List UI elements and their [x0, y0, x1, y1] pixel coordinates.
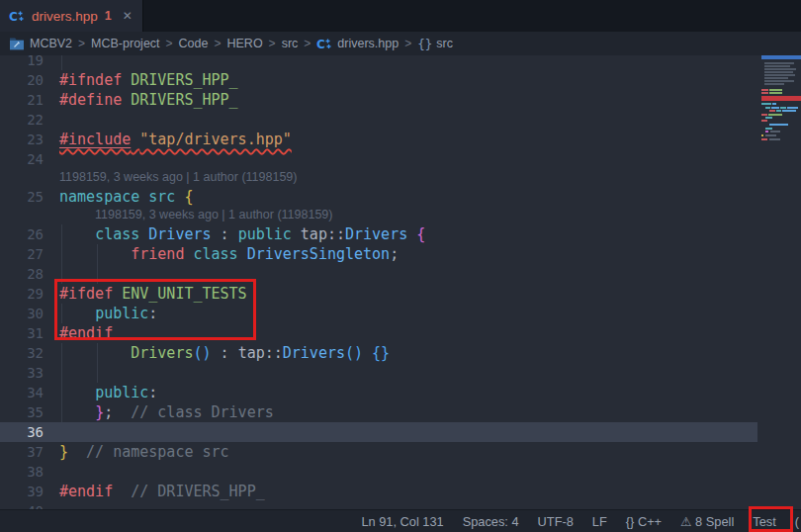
- code-text: #ifdef ENV_UNIT_TESTS: [44, 284, 247, 304]
- status-language-mode[interactable]: {} C++: [626, 514, 662, 529]
- status-clipped-item[interactable]: (: [795, 514, 799, 529]
- code-line-24[interactable]: 24: [0, 149, 757, 169]
- breadcrumb-item-code[interactable]: Code: [179, 37, 209, 50]
- breadcrumb-separator: >: [304, 37, 311, 50]
- line-number: 24: [0, 149, 44, 169]
- code-line-38[interactable]: 38: [0, 462, 757, 482]
- tab-bar: C drivers.hpp 1 ✕: [0, 0, 801, 32]
- code-text: #include "tap/drivers.hpp": [44, 130, 292, 149]
- code-line-27[interactable]: 27 friend class DriversSingleton;: [0, 244, 757, 264]
- indent-guide: [97, 244, 98, 264]
- tab-drivers-hpp[interactable]: C drivers.hpp 1 ✕: [0, 0, 143, 32]
- minimap-line: [769, 92, 782, 94]
- code-text: #define DRIVERS_HPP_: [44, 90, 238, 110]
- minimap-line: [768, 114, 782, 116]
- minimap-line: [761, 55, 801, 59]
- indent-guide: [61, 264, 62, 284]
- minimap-line: [782, 110, 796, 112]
- minimap-line: [761, 138, 767, 140]
- breadcrumb-item-mcb-project[interactable]: MCB-project: [91, 37, 159, 50]
- code-line-20[interactable]: 20#ifndef DRIVERS_HPP_: [0, 70, 757, 90]
- line-number: 25: [0, 187, 44, 207]
- code-line-33[interactable]: 33: [0, 363, 757, 383]
- indent-guide: [61, 383, 62, 402]
- status-eol[interactable]: LF: [592, 514, 607, 529]
- code-line-29[interactable]: 29#ifdef ENV_UNIT_TESTS: [0, 284, 757, 304]
- minimap-line: [764, 83, 784, 85]
- minimap-line: [776, 110, 781, 112]
- minimap-line: [765, 107, 770, 109]
- code-line-26[interactable]: 26 class Drivers : public tap::Drivers {: [0, 224, 757, 244]
- code-line-34[interactable]: 34 public:: [0, 383, 757, 402]
- code-line-32[interactable]: 32 Drivers() : tap::Drivers() {}: [0, 343, 757, 363]
- status-line-col[interactable]: Ln 91, Col 131: [361, 514, 443, 529]
- code-text: [44, 501, 59, 509]
- blame-lens[interactable]: 1198159, 3 weeks ago | 1 author (1198159…: [0, 169, 757, 187]
- line-number: 33: [0, 363, 44, 383]
- tab-problem-badge: 1: [105, 9, 112, 23]
- code-line-22[interactable]: 22: [0, 110, 757, 130]
- status-spell-warnings[interactable]: ⚠ 8 Spell: [680, 514, 734, 529]
- indent-guide: [97, 363, 98, 383]
- status-encoding[interactable]: UTF-8: [538, 514, 574, 529]
- minimap-line: [761, 114, 767, 116]
- workspace-folder-icon: [9, 36, 25, 51]
- editor-pane[interactable]: 1920#ifndef DRIVERS_HPP_21#define DRIVER…: [0, 55, 801, 509]
- indent-guide: [61, 304, 62, 323]
- minimap-line: [765, 131, 768, 133]
- code-line-30[interactable]: 30 public:: [0, 304, 757, 323]
- minimap-line: [769, 89, 782, 91]
- line-number: 27: [0, 244, 44, 264]
- minimap[interactable]: [761, 55, 801, 509]
- indent-guide: [61, 224, 62, 244]
- code-text: }; // class Drivers: [44, 402, 274, 422]
- minimap-line: [761, 89, 768, 91]
- code-line-19[interactable]: 19: [0, 55, 757, 70]
- status-indentation[interactable]: Spaces: 4: [463, 514, 519, 529]
- breadcrumb-separator: >: [166, 37, 173, 50]
- breadcrumb-item-file[interactable]: drivers.hpp: [337, 37, 399, 50]
- cpp-file-icon: C: [9, 8, 25, 24]
- breadcrumb-item-mcbv2[interactable]: MCBV2: [30, 37, 72, 50]
- cpp-file-icon: C: [316, 36, 332, 51]
- indent-guide: [61, 343, 62, 363]
- code-text: class Drivers : public tap::Drivers {: [44, 224, 425, 244]
- line-number: 30: [0, 304, 44, 323]
- breadcrumb-item-src[interactable]: src: [282, 37, 299, 50]
- svg-text:C: C: [9, 10, 18, 24]
- line-number: 40: [0, 501, 44, 509]
- code-line-40[interactable]: 40: [0, 501, 757, 509]
- tab-filename: drivers.hpp: [32, 9, 98, 24]
- code-line-25[interactable]: 25namespace src {: [0, 187, 757, 207]
- blame-lens-text[interactable]: 1198159, 3 weeks ago | 1 author (1198159…: [0, 207, 332, 224]
- status-test[interactable]: Test: [753, 514, 775, 529]
- line-number: 19: [0, 55, 44, 70]
- code-line-35[interactable]: 35 }; // class Drivers: [0, 402, 757, 422]
- line-number: 38: [0, 462, 44, 482]
- code-line-31[interactable]: 31#endif: [0, 323, 757, 343]
- minimap-line: [764, 80, 794, 82]
- code-line-21[interactable]: 21#define DRIVERS_HPP_: [0, 90, 757, 110]
- line-number: 31: [0, 323, 44, 343]
- tab-close-icon[interactable]: ✕: [123, 9, 133, 23]
- code-line-28[interactable]: 28: [0, 264, 757, 284]
- code-line-39[interactable]: 39#endif // DRIVERS_HPP_: [0, 482, 757, 501]
- breadcrumb-item-symbol[interactable]: src: [436, 37, 453, 50]
- indent-guide: [61, 244, 62, 264]
- blame-lens-text[interactable]: 1198159, 3 weeks ago | 1 author (1198159…: [0, 169, 297, 187]
- minimap-line: [771, 107, 779, 109]
- code-text: [44, 264, 59, 284]
- blame-lens[interactable]: 1198159, 3 weeks ago | 1 author (1198159…: [0, 207, 757, 224]
- minimap-line: [770, 131, 780, 133]
- code-line-23[interactable]: 23#include "tap/drivers.hpp": [0, 130, 757, 149]
- line-number: 39: [0, 482, 44, 501]
- code-line-37[interactable]: 37} // namespace src: [0, 442, 757, 462]
- minimap-line: [761, 103, 771, 105]
- breadcrumb-separator: >: [269, 37, 276, 50]
- indent-guide: [61, 402, 62, 422]
- minimap-line: [769, 110, 775, 112]
- line-number: 23: [0, 130, 44, 149]
- minimap-line: [769, 124, 788, 126]
- code-line-36[interactable]: 36: [0, 422, 757, 442]
- breadcrumb-item-hero[interactable]: HERO: [226, 37, 262, 50]
